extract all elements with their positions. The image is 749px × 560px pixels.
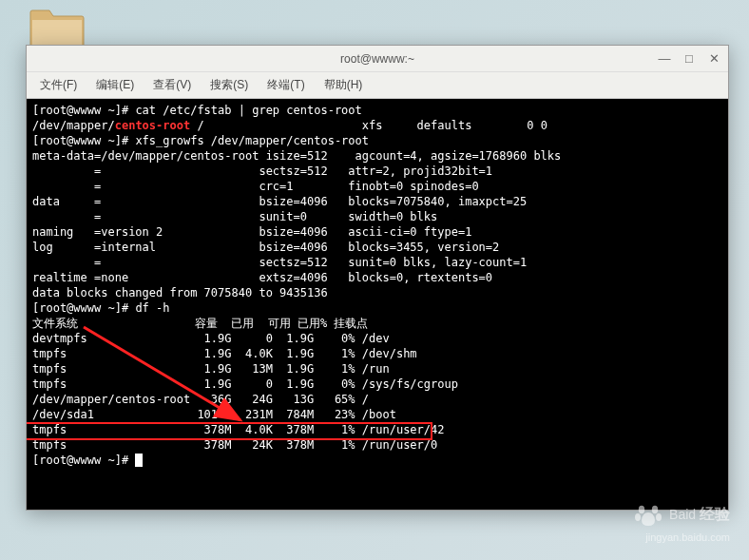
cursor	[135, 454, 143, 467]
menu-search[interactable]: 搜索(S)	[202, 73, 256, 97]
menu-view[interactable]: 查看(V)	[145, 73, 199, 97]
window-title: root@wwww:~	[340, 52, 414, 66]
maximize-button[interactable]: □	[682, 52, 696, 66]
baidu-paw-icon	[633, 499, 663, 530]
watermark-brand: Baid 经验	[669, 505, 730, 525]
watermark-url: jingyan.baidu.com	[633, 531, 730, 543]
window-titlebar[interactable]: root@wwww:~ — □ ✕	[27, 46, 728, 72]
menu-edit[interactable]: 编辑(E)	[88, 73, 142, 97]
svg-point-4	[635, 513, 641, 521]
window-controls: — □ ✕	[658, 52, 720, 66]
close-button[interactable]: ✕	[707, 52, 720, 66]
terminal-output: [root@wwww ~]# cat /etc/fstab | grep cen…	[32, 103, 722, 468]
terminal-window: root@wwww:~ — □ ✕ 文件(F) 编辑(E) 查看(V) 搜索(S…	[26, 45, 729, 511]
svg-point-2	[639, 506, 644, 513]
menu-terminal[interactable]: 终端(T)	[259, 73, 312, 97]
terminal-content[interactable]: [root@wwww ~]# cat /etc/fstab | grep cen…	[27, 99, 728, 510]
svg-point-5	[656, 513, 662, 521]
menu-help[interactable]: 帮助(H)	[317, 73, 371, 97]
minimize-button[interactable]: —	[658, 52, 671, 66]
grep-match: centos-root	[115, 119, 190, 132]
menubar: 文件(F) 编辑(E) 查看(V) 搜索(S) 终端(T) 帮助(H)	[27, 72, 728, 99]
menu-file[interactable]: 文件(F)	[32, 73, 85, 97]
svg-point-3	[652, 506, 658, 513]
desktop-folder-icon	[29, 5, 86, 50]
watermark: Baid 经验 jingyan.baidu.com	[633, 499, 730, 543]
